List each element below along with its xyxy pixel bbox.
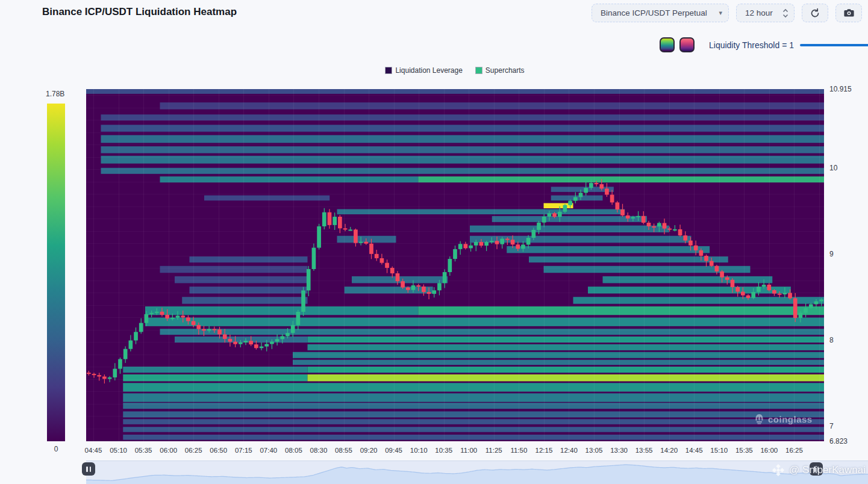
time-tick-label: 11:25 <box>481 447 507 454</box>
binance-diamond-icon <box>772 464 785 477</box>
time-tick-label: 05:35 <box>130 447 157 454</box>
threshold-toolbar: Liquidity Threshold = 1 <box>660 37 868 52</box>
time-tick-label: 13:05 <box>581 447 607 454</box>
navigator-left-handle[interactable] <box>82 462 95 476</box>
legend-swatch-icon <box>476 67 482 73</box>
credit-watermark: @ SniperKawnai <box>772 464 866 477</box>
refresh-button[interactable] <box>802 4 828 22</box>
legend-item[interactable]: Supercharts <box>476 66 525 75</box>
price-tick-label: 10 <box>829 164 837 172</box>
colorbar-min-label: 0 <box>47 445 65 453</box>
time-tick-label: 13:55 <box>631 447 657 454</box>
time-tick-label: 14:45 <box>681 447 707 454</box>
time-tick-label: 06:50 <box>205 447 232 454</box>
symbol-select[interactable]: Binance ICP/USDT Perpetual ▾ <box>592 4 729 22</box>
time-tick-label: 11:50 <box>505 447 532 454</box>
time-tick-label: 09:45 <box>381 447 407 454</box>
symbol-select-value: Binance ICP/USDT Perpetual <box>601 8 707 17</box>
time-tick-label: 10:10 <box>405 447 432 454</box>
coinglass-watermark: coinglass <box>754 414 813 425</box>
up-down-chevrons-icon <box>782 8 788 18</box>
time-tick-label: 07:40 <box>255 447 282 454</box>
time-tick-label: 12:15 <box>531 447 557 454</box>
time-tick-label: 13:30 <box>606 447 632 454</box>
chart-legend: Liquidation LeverageSupercharts <box>86 66 824 75</box>
screenshot-button[interactable] <box>835 4 862 22</box>
price-tick-label: 6.823 <box>829 437 848 445</box>
camera-icon <box>843 8 855 18</box>
legend-swatch-icon <box>386 67 392 73</box>
time-tick-label: 11:00 <box>455 447 482 454</box>
time-tick-label: 12:40 <box>555 447 582 454</box>
slider-track[interactable] <box>800 44 868 46</box>
price-tick-label: 10.915 <box>829 85 852 93</box>
time-tick-label: 10:35 <box>431 447 457 454</box>
interval-select[interactable]: 12 hour <box>736 4 795 22</box>
interval-select-value: 12 hour <box>745 8 773 17</box>
time-tick-label: 05:10 <box>105 447 132 454</box>
time-tick-label: 16:25 <box>781 447 807 454</box>
legend-label: Liquidation Leverage <box>395 66 462 75</box>
liquidation-heatmap-canvas[interactable] <box>86 89 824 441</box>
colorbar-gradient <box>47 104 65 441</box>
time-tick-label: 15:35 <box>731 447 757 454</box>
time-tick-label: 08:05 <box>280 447 307 454</box>
refresh-icon <box>810 8 820 19</box>
magma-colormap-swatch[interactable] <box>679 37 695 52</box>
time-tick-label: 07:15 <box>230 447 257 454</box>
time-tick-label: 06:00 <box>155 447 182 454</box>
price-tick-label: 7 <box>829 422 834 430</box>
price-tick-label: 9 <box>829 250 834 258</box>
liquidity-threshold-label: Liquidity Threshold = 1 <box>709 40 794 50</box>
credit-watermark-text: @ SniperKawnai <box>789 464 866 476</box>
time-tick-label: 09:20 <box>355 447 382 454</box>
hooded-figure-icon <box>754 414 764 425</box>
liquidity-threshold-slider[interactable] <box>800 37 868 52</box>
time-tick-label: 06:25 <box>180 447 207 454</box>
legend-label: Supercharts <box>486 66 525 75</box>
legend-item[interactable]: Liquidation Leverage <box>386 66 462 75</box>
time-tick-label: 15:10 <box>706 447 732 454</box>
time-tick-label: 08:30 <box>305 447 332 454</box>
time-tick-label: 14:20 <box>656 447 682 454</box>
colorbar-max-label: 1.78B <box>46 90 64 98</box>
price-tick-label: 8 <box>829 336 834 344</box>
time-tick-label: 08:55 <box>331 447 357 454</box>
coinglass-watermark-text: coinglass <box>768 414 813 424</box>
viridis-colormap-swatch[interactable] <box>660 37 675 52</box>
page-title: Binance ICP/USDT Liquidation Heatmap <box>42 6 237 18</box>
time-tick-label: 04:45 <box>80 447 107 454</box>
range-navigator[interactable] <box>86 461 868 484</box>
chevron-down-icon: ▾ <box>719 9 722 17</box>
navigator-minimap-canvas[interactable] <box>86 461 868 484</box>
time-tick-label: 16:00 <box>756 447 782 454</box>
